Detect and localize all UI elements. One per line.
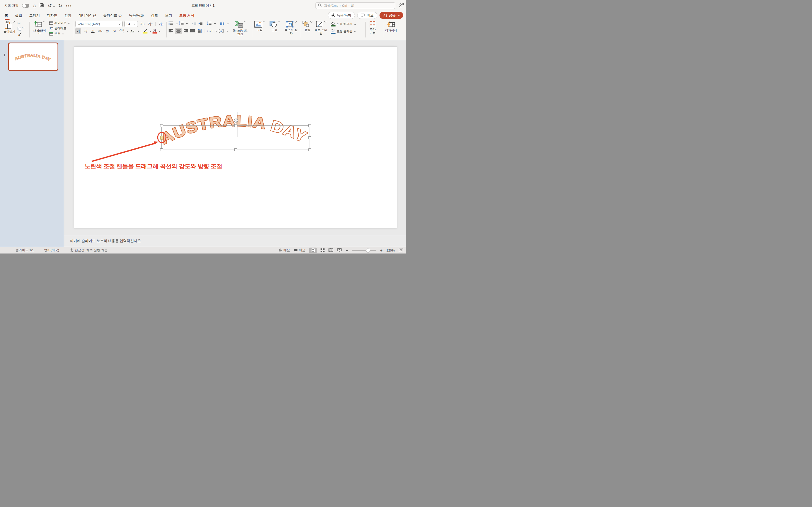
language-button[interactable]: 영어(미국) <box>44 248 59 252</box>
convert-to-smartart-button[interactable]: SmartArt로 변환 <box>231 21 249 36</box>
selection-handle-bottom-left[interactable] <box>160 149 163 151</box>
comments-button[interactable]: 메모 <box>357 12 377 19</box>
selection-handle-middle-right[interactable] <box>309 136 311 139</box>
line-spacing-button[interactable] <box>207 21 212 25</box>
font-name-select[interactable]: 맑은 고딕 (본문) <box>75 21 123 27</box>
addins-button[interactable]: 추가 기능 <box>368 21 377 34</box>
section-button[interactable]: 섹션 <box>49 32 64 36</box>
layout-button[interactable]: 레이아웃 <box>49 21 70 25</box>
record-button[interactable]: 녹음/녹화 <box>328 12 355 19</box>
tab-record[interactable]: 녹음/녹화 <box>129 13 144 18</box>
tab-transitions[interactable]: 전환 <box>64 13 71 18</box>
superscript-button[interactable]: x2 <box>105 28 110 34</box>
reading-view-button[interactable] <box>328 248 333 252</box>
justify-button[interactable] <box>190 29 195 33</box>
align-text-vertical-button[interactable] <box>219 29 223 33</box>
notes-toggle-button[interactable]: 메모 <box>278 248 290 252</box>
align-right-button[interactable] <box>184 29 188 33</box>
format-painter-button[interactable] <box>17 33 22 38</box>
zoom-level[interactable]: 120% <box>387 249 395 252</box>
tab-slideshow[interactable]: 슬라이드 쇼 <box>103 13 122 18</box>
slide-thumbnail[interactable]: AUSTRALIA DAY <box>8 43 58 71</box>
numbering-button[interactable]: 123 <box>179 21 184 25</box>
strikethrough-button[interactable]: 가나 <box>97 28 103 34</box>
annotation-text: 노란색 조절 핸들을 드래그해 곡선의 강도와 방향 조절 <box>85 162 222 170</box>
columns-button[interactable] <box>220 22 224 25</box>
reset-slide-button[interactable]: 원래대로 <box>49 26 66 31</box>
selection-handle-bottom-right[interactable] <box>309 149 311 151</box>
normal-view-button[interactable] <box>309 247 317 253</box>
font-color-button[interactable]: 가 <box>153 29 157 34</box>
underline-button[interactable]: 가 <box>90 28 96 34</box>
bold-button[interactable]: 가 <box>75 28 81 34</box>
shape-outline-button[interactable]: 도형 윤곽선 <box>331 29 356 34</box>
slide-editing-area[interactable]: AUSTRALIA DAY <box>74 47 397 228</box>
text-direction-button[interactable]: ↓↓가 <box>207 29 213 33</box>
zoom-in-button[interactable]: + <box>380 248 382 252</box>
distribute-text-button[interactable] <box>197 29 202 33</box>
zoom-out-button[interactable]: − <box>346 248 348 252</box>
arrange-button[interactable]: 정렬 <box>302 21 312 32</box>
more-commands-icon[interactable]: ••• <box>66 4 72 8</box>
highlight-color-button[interactable] <box>143 29 147 34</box>
tab-design[interactable]: 디자인 <box>47 13 57 18</box>
tab-insert[interactable]: 삽입 <box>15 13 22 18</box>
decrease-indent-button[interactable] <box>192 22 197 25</box>
selection-handle-top-center[interactable] <box>235 124 237 127</box>
zoom-slider-thumb[interactable] <box>366 248 370 252</box>
zoom-slider[interactable] <box>352 250 376 251</box>
tab-home[interactable]: 홈 <box>4 13 8 18</box>
increase-font-button[interactable]: 가˄ <box>140 21 146 27</box>
copy-button[interactable] <box>17 27 24 31</box>
align-center-button[interactable] <box>175 28 182 34</box>
redo-button[interactable]: ↻ <box>58 3 62 8</box>
italic-button[interactable]: 가 <box>83 28 89 34</box>
share-button[interactable]: 공유 <box>379 12 403 19</box>
picture-button[interactable]: 그림 <box>254 21 265 32</box>
bullets-button[interactable] <box>168 21 173 25</box>
character-spacing-button[interactable]: 가나←→ <box>119 29 124 34</box>
font-size-select[interactable]: 54 <box>124 21 138 27</box>
decrease-font-button[interactable]: 가˅ <box>147 21 153 27</box>
shapes-button[interactable]: 도형 <box>269 21 280 32</box>
paste-button[interactable]: 붙여넣기 <box>3 21 15 33</box>
quick-styles-button[interactable]: 빠른 스타일 <box>314 21 328 35</box>
tab-draw[interactable]: 그리기 <box>29 13 40 18</box>
search-input[interactable] <box>323 4 393 8</box>
designer-icon <box>387 21 395 28</box>
accessibility-status[interactable]: 접근성: 계속 진행 가능 <box>69 248 107 252</box>
designer-button[interactable]: 디자이너 <box>385 21 397 32</box>
user-feedback-icon[interactable] <box>399 3 404 9</box>
tab-view[interactable]: 보기 <box>165 13 172 18</box>
curve-adjust-handle[interactable] <box>161 136 163 139</box>
wordart-text[interactable]: AUSTRALIA DAY <box>158 112 310 147</box>
align-left-button[interactable] <box>168 29 173 33</box>
textbox-button[interactable]: 가 텍스트 상자 <box>284 21 298 35</box>
undo-button[interactable]: ↺ <box>48 3 54 8</box>
shape-fill-button[interactable]: 도형 채우기 <box>331 22 356 26</box>
rotate-handle[interactable] <box>234 119 238 122</box>
selection-handle-top-right[interactable] <box>309 124 311 127</box>
comments-toggle-button[interactable]: 메모 <box>294 248 305 252</box>
designer-group: 디자이너 <box>384 20 404 39</box>
tab-review[interactable]: 검토 <box>151 13 158 18</box>
tab-animations[interactable]: 애니메이션 <box>79 13 96 18</box>
subscript-button[interactable]: x2 <box>112 28 118 34</box>
search-box[interactable] <box>315 2 395 9</box>
clipboard-group: 붙여넣기 ✂ <box>2 20 29 39</box>
change-case-button[interactable]: Aa <box>130 28 135 34</box>
notes-pane[interactable]: 여기에 슬라이드 노트의 내용을 입력하십시오 <box>64 235 406 247</box>
fit-slide-button[interactable] <box>399 248 403 253</box>
cut-button[interactable]: ✂ <box>17 21 20 25</box>
clear-formatting-button[interactable]: 가 <box>158 21 164 27</box>
tab-shape-format[interactable]: 도형 서식 <box>179 13 194 18</box>
home-icon[interactable]: ⌂ <box>33 3 36 8</box>
slide-sorter-view-button[interactable] <box>320 248 324 252</box>
slideshow-view-button[interactable] <box>337 248 342 252</box>
increase-indent-button[interactable] <box>198 22 203 25</box>
selection-handle-top-left[interactable] <box>160 124 163 127</box>
new-slide-button[interactable]: 새 슬라이드 <box>32 21 47 36</box>
selection-handle-bottom-center[interactable] <box>235 149 237 151</box>
save-icon[interactable] <box>40 3 44 8</box>
autosave-toggle[interactable] <box>22 4 29 8</box>
